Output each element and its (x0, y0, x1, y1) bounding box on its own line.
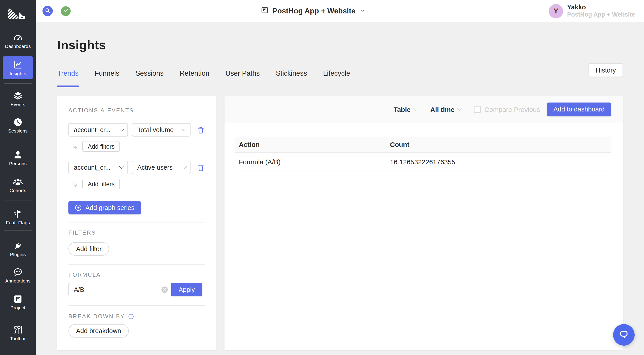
sidebar-divider (4, 201, 32, 201)
chevron-down-icon (119, 164, 124, 169)
series-row: account_cr... Active users (68, 161, 205, 174)
add-filters-button[interactable]: Add filters (82, 141, 120, 152)
nested-arrow-icon: ↳ (72, 143, 78, 150)
tab-retention[interactable]: Retention (180, 69, 209, 78)
clear-input-icon[interactable]: ✕ (162, 286, 168, 293)
breakdown-heading-row: BREAK DOWN BY (68, 313, 205, 320)
sidebar-item-label: Cohorts (0, 188, 36, 193)
search-button[interactable] (42, 6, 53, 16)
divider (68, 264, 205, 265)
user-name: Yakko (567, 4, 635, 11)
chevron-down-icon (414, 106, 418, 111)
sidebar-item-dashboards[interactable]: Dashboards (0, 32, 36, 49)
sidebar-item-events[interactable]: Events (0, 90, 36, 107)
search-icon (45, 7, 50, 15)
kanban-icon (12, 294, 23, 304)
sidebar-item-sessions[interactable]: Sessions (0, 117, 36, 133)
app-window: Dashboards Insights Events (0, 0, 644, 355)
tab-sessions[interactable]: Sessions (136, 69, 164, 78)
sidebar-item-toolbar[interactable]: Toolbar (0, 324, 36, 341)
formula-input[interactable] (68, 283, 171, 296)
column-header-action: Action (235, 137, 386, 152)
info-icon[interactable] (128, 313, 134, 320)
chevron-down-icon (182, 127, 187, 132)
sidebar-item-cohorts[interactable]: Cohorts (0, 176, 36, 193)
sidebar-item-label: Sessions (0, 128, 36, 133)
sidebar-item-plugins[interactable]: Plugins (0, 240, 36, 257)
delete-series-button[interactable] (197, 163, 205, 172)
nested-arrow-icon: ↳ (72, 180, 78, 188)
topbar: PostHog App + Website Y Yakko PostHog Ap… (36, 0, 644, 22)
support-chat-button[interactable] (613, 324, 634, 345)
add-graph-series-button[interactable]: Add graph series (68, 201, 141, 214)
add-filter-button[interactable]: Add filter (68, 242, 109, 256)
sidebar-item-insights[interactable]: Insights (3, 56, 33, 79)
add-breakdown-button[interactable]: Add breakdown (68, 324, 129, 337)
tab-stickiness[interactable]: Stickiness (276, 69, 307, 78)
event-select-value: account_cr... (74, 164, 110, 171)
sidebar-item-feature-flags[interactable]: Feat. Flags (0, 209, 36, 225)
sidebar-item-label: Plugins (0, 252, 36, 257)
sidebar-item-label: Events (0, 102, 36, 107)
chevron-down-icon (457, 106, 462, 111)
sidebar-item-label: Annotations (0, 278, 36, 283)
view-type-value: Table (394, 105, 410, 113)
add-to-dashboard-button[interactable]: Add to dashboard (547, 102, 611, 116)
series-filter-row: ↳ Add filters (72, 141, 205, 152)
sidebar-divider (4, 230, 32, 231)
add-filters-button[interactable]: Add filters (82, 179, 120, 189)
results-panel: Table All time Compare Previous Add to d… (224, 96, 623, 350)
query-panel: ACTIONS & EVENTS account_cr... Total vol… (57, 96, 216, 350)
sidebar-item-project[interactable]: Project (0, 294, 36, 310)
divider (68, 222, 205, 222)
history-button[interactable]: History (588, 63, 623, 77)
math-select[interactable]: Total volume (132, 123, 190, 137)
project-switcher[interactable]: PostHog App + Website (261, 0, 365, 22)
table-header-row: Action Count (235, 137, 611, 152)
formula-heading: FORMULA (68, 272, 205, 278)
compare-previous-checkbox[interactable] (474, 106, 481, 113)
speech-bubble-icon (12, 267, 23, 277)
sidebar-divider (4, 318, 32, 318)
check-icon (63, 7, 69, 15)
posthog-logo-icon[interactable] (8, 7, 27, 20)
user-organization: PostHog App + Website (567, 11, 635, 18)
date-range-dropdown[interactable]: All time (430, 105, 462, 113)
status-check-button[interactable] (61, 6, 71, 16)
tab-funnels[interactable]: Funnels (94, 69, 119, 78)
event-select[interactable]: account_cr... (68, 161, 128, 174)
sidebar-item-annotations[interactable]: Annotations (0, 267, 36, 283)
tools-icon (12, 324, 23, 335)
insight-tabs: Trends Funnels Sessions Retention User P… (57, 69, 623, 78)
formula-row: ✕ Apply (68, 283, 205, 296)
chevron-down-icon (360, 7, 366, 15)
tab-trends[interactable]: Trends (57, 69, 78, 78)
tab-lifecycle[interactable]: Lifecycle (323, 69, 350, 78)
event-select-value: account_cr... (74, 126, 110, 133)
sidebar-item-persons[interactable]: Persons (0, 150, 36, 166)
delete-series-button[interactable] (197, 126, 205, 134)
tab-user-paths[interactable]: User Paths (226, 69, 260, 78)
breakdown-heading: BREAK DOWN BY (68, 313, 125, 320)
sidebar-item-label: Insights (10, 71, 26, 76)
cell-count: 16.126532226176355 (386, 152, 611, 171)
cell-action: Formula (A/B) (235, 152, 386, 171)
view-type-dropdown[interactable]: Table (394, 105, 418, 113)
math-select-value: Active users (137, 164, 173, 171)
user-menu[interactable]: Y Yakko PostHog App + Website (549, 4, 635, 18)
people-icon (12, 176, 23, 187)
sidebar: Dashboards Insights Events (0, 0, 36, 355)
actions-events-heading: ACTIONS & EVENTS (68, 107, 205, 114)
person-icon (12, 150, 23, 160)
apply-formula-button[interactable]: Apply (171, 283, 202, 296)
chat-bubble-icon (618, 329, 630, 341)
event-select[interactable]: account_cr... (68, 123, 128, 137)
math-select[interactable]: Active users (132, 161, 190, 174)
series-filter-row: ↳ Add filters (72, 179, 205, 189)
sidebar-item-label: Persons (0, 161, 36, 166)
avatar: Y (549, 4, 563, 18)
sidebar-divider (4, 142, 32, 142)
sidebar-item-label: Feat. Flags (0, 220, 36, 225)
compare-previous-control: Compare Previous (474, 105, 540, 113)
series-row: account_cr... Total volume (68, 123, 205, 137)
